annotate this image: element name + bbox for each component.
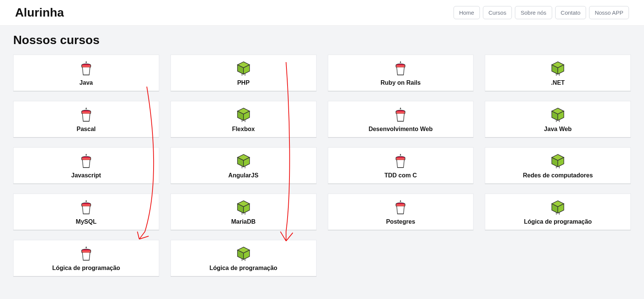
cup-icon (79, 61, 94, 76)
cup-icon (393, 107, 408, 123)
cup-icon (79, 246, 94, 262)
course-card-title: Pascal (77, 126, 96, 133)
cup-icon (393, 61, 408, 76)
course-card-title: Redes de computadores (523, 172, 593, 179)
cup-icon (393, 200, 408, 215)
cup-icon (79, 200, 94, 215)
logo: Alurinha (15, 6, 64, 20)
course-card-title: Lógica de programação (209, 265, 277, 272)
cup-icon (393, 107, 408, 123)
course-card[interactable]: Pascal (13, 101, 159, 138)
course-card-title: Lógica de programação (524, 218, 592, 225)
course-card[interactable]: Ruby on Rails (328, 55, 474, 92)
cube-icon (550, 107, 566, 123)
cube-icon (235, 153, 252, 169)
cube-icon (550, 61, 566, 76)
nav-sobre-button[interactable]: Sobre nós (515, 6, 552, 19)
cube-icon (550, 153, 566, 169)
course-card-title: .NET (551, 79, 565, 86)
cube-icon (235, 107, 252, 123)
course-card-title: PHP (237, 79, 250, 86)
course-card-title: Java Web (544, 126, 572, 133)
cube-icon (235, 61, 252, 76)
cup-icon (393, 153, 408, 169)
cube-icon (550, 200, 566, 215)
courses-grid: Java PHP Ruby on Rails .NET Pascal Flexb… (13, 55, 631, 277)
cube-icon (550, 61, 566, 76)
nav-app-button[interactable]: Nosso APP (589, 6, 629, 19)
course-card-title: Java (79, 79, 93, 86)
cube-icon (550, 107, 566, 123)
course-card[interactable]: MariaDB (171, 194, 317, 230)
nav-home-button[interactable]: Home (454, 6, 480, 19)
cube-icon (235, 200, 252, 215)
main: Nossos cursos Java PHP Ruby on Rails .NE… (0, 26, 644, 284)
course-card[interactable]: Lógica de programação (13, 240, 159, 277)
header: Alurinha Home Cursos Sobre nós Contato N… (0, 0, 644, 26)
course-card-title: Javascript (71, 172, 101, 179)
course-card[interactable]: AngularJS (171, 147, 317, 184)
course-card[interactable]: .NET (485, 55, 631, 92)
cube-icon (235, 107, 252, 123)
course-card[interactable]: MySQL (13, 194, 159, 230)
cup-icon (393, 153, 408, 169)
cup-icon (393, 200, 408, 215)
section-title: Nossos cursos (13, 33, 631, 47)
course-card[interactable]: Redes de computadores (485, 147, 631, 184)
cup-icon (79, 107, 94, 123)
course-card-title: AngularJS (228, 172, 259, 179)
course-card[interactable]: Lógica de programação (485, 194, 631, 230)
course-card-title: Ruby on Rails (381, 79, 421, 86)
course-card-title: Flexbox (232, 126, 254, 133)
course-card[interactable]: TDD com C (328, 147, 474, 184)
course-card-title: MariaDB (231, 218, 256, 225)
course-card[interactable]: Postegres (328, 194, 474, 230)
cup-icon (79, 61, 94, 76)
nav-contato-button[interactable]: Contato (555, 6, 586, 19)
course-card[interactable]: Javascript (13, 147, 159, 184)
course-card-title: Lógica de programação (52, 265, 120, 272)
cube-icon (235, 153, 252, 169)
course-card-title: TDD com C (384, 172, 417, 179)
cube-icon (235, 246, 252, 262)
cup-icon (79, 246, 94, 262)
course-card-title: MySQL (76, 218, 96, 225)
cube-icon (235, 61, 252, 76)
cup-icon (79, 153, 94, 169)
nav-cursos-button[interactable]: Cursos (483, 6, 512, 19)
course-card[interactable]: Lógica de programação (171, 240, 317, 277)
course-card[interactable]: Java Web (485, 101, 631, 138)
cube-icon (235, 246, 252, 262)
course-card-title: Desenvolvimento Web (368, 126, 432, 133)
cube-icon (235, 200, 252, 215)
nav: Home Cursos Sobre nós Contato Nosso APP (454, 6, 629, 19)
cup-icon (79, 153, 94, 169)
cup-icon (393, 61, 408, 76)
cube-icon (550, 153, 566, 169)
course-card[interactable]: Java (13, 55, 159, 92)
course-card-title: Postegres (386, 218, 415, 225)
cube-icon (550, 200, 566, 215)
course-card[interactable]: Flexbox (171, 101, 317, 138)
cup-icon (79, 107, 94, 123)
course-card[interactable]: PHP (171, 55, 317, 92)
course-card[interactable]: Desenvolvimento Web (328, 101, 474, 138)
cup-icon (79, 200, 94, 215)
